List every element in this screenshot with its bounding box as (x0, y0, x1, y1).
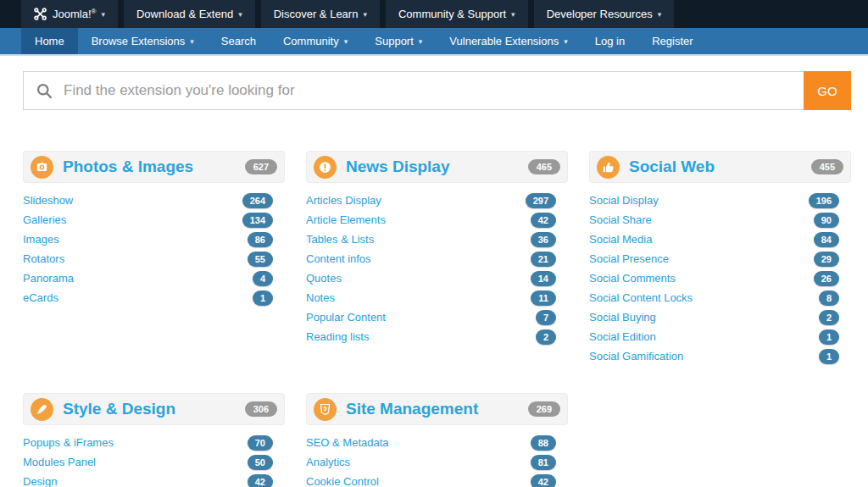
item-count-badge: 81 (531, 455, 556, 470)
item-count-badge: 50 (248, 455, 273, 470)
category-title[interactable]: Photos & Images (63, 158, 193, 176)
category-item: Social Media84 (589, 230, 839, 249)
item-count-badge: 55 (248, 252, 273, 267)
category-item-link-modules-panel[interactable]: Modules Panel (23, 456, 96, 468)
chevron-down-icon: ▾ (190, 37, 194, 46)
topnav-item-label: Community & Support (398, 8, 506, 20)
category-item-list: SEO & Metadata88Analytics81Cookie Contro… (306, 433, 568, 487)
subnav-item-support[interactable]: Support▾ (361, 28, 436, 54)
html5-shield-icon: 5 (314, 398, 337, 421)
category-card-news-display: News Display465Articles Display297Articl… (306, 151, 568, 346)
category-item-link-content-infos[interactable]: Content infos (306, 252, 371, 265)
category-item-link-social-edition[interactable]: Social Edition (589, 330, 656, 343)
category-item: Social Presence29 (589, 249, 839, 268)
svg-text:5: 5 (324, 406, 327, 412)
category-item-link-analytics[interactable]: Analytics (306, 456, 350, 468)
category-item-link-ecards[interactable]: eCards (23, 291, 58, 304)
category-item: Panorama4 (23, 268, 273, 288)
item-count-badge: 11 (531, 291, 556, 306)
category-item-link-quotes[interactable]: Quotes (306, 272, 342, 285)
subnav-item-label: Browse Extensions (92, 35, 186, 47)
item-count-badge: 29 (814, 252, 839, 267)
category-item-link-images[interactable]: Images (23, 233, 59, 246)
camera-icon (31, 156, 53, 179)
category-title[interactable]: Style & Design (63, 400, 175, 418)
category-item-link-social-share[interactable]: Social Share (589, 213, 652, 226)
category-item-link-social-media[interactable]: Social Media (589, 233, 652, 246)
category-item-link-social-gamification[interactable]: Social Gamification (589, 350, 683, 362)
category-item: Social Gamification1 (589, 346, 839, 366)
category-item-link-tables-lists[interactable]: Tables & Lists (306, 233, 374, 246)
category-item: Rotators55 (23, 249, 273, 268)
item-count-badge: 42 (531, 213, 556, 228)
chevron-down-icon: ▾ (344, 37, 348, 46)
category-item-link-articles-display[interactable]: Articles Display (306, 194, 381, 207)
category-item-link-galleries[interactable]: Galleries (23, 213, 66, 226)
category-item: Popups & iFrames70 (23, 433, 273, 452)
category-header: Style & Design306 (23, 393, 285, 425)
topnav-item-label: Discover & Learn (274, 8, 359, 20)
subnav-items: HomeBrowse Extensions▾SearchCommunity▾Su… (21, 28, 707, 54)
subnav-item-log-in[interactable]: Log in (581, 28, 638, 54)
category-title[interactable]: Site Management (346, 400, 478, 418)
category-item-link-cookie-control[interactable]: Cookie Control (306, 475, 379, 487)
category-item-link-popups-iframes[interactable]: Popups & iFrames (23, 436, 114, 449)
search-go-button[interactable]: GO (804, 71, 851, 110)
category-title[interactable]: Social Web (629, 158, 715, 176)
subnav-item-label: Register (652, 35, 693, 47)
category-item-link-rotators[interactable]: Rotators (23, 252, 64, 265)
category-item: Social Display196 (589, 191, 839, 210)
topnav-items: Download & Extend▾Discover & Learn▾Commu… (124, 0, 680, 28)
category-item-link-social-presence[interactable]: Social Presence (589, 252, 669, 265)
category-card-site-management: 5Site Management269SEO & Metadata88Analy… (306, 393, 568, 487)
category-item-link-reading-lists[interactable]: Reading lists (306, 330, 369, 343)
subnav-item-label: Log in (595, 35, 625, 47)
subnav-item-vulnerable-extensions[interactable]: Vulnerable Extensions▾ (436, 28, 581, 54)
category-item-link-article-elements[interactable]: Article Elements (306, 213, 386, 226)
subnav-item-browse-extensions[interactable]: Browse Extensions▾ (78, 28, 208, 54)
category-item-link-seo-metadata[interactable]: SEO & Metadata (306, 436, 389, 449)
category-item: Notes11 (306, 288, 556, 307)
item-count-badge: 90 (814, 213, 839, 228)
category-item: eCards1 (23, 288, 273, 307)
category-item-link-notes[interactable]: Notes (306, 291, 335, 304)
category-item-link-slideshow[interactable]: Slideshow (23, 194, 73, 207)
category-item-link-social-buying[interactable]: Social Buying (589, 311, 656, 324)
topnav-item-community-support[interactable]: Community & Support▾ (386, 0, 528, 28)
chevron-down-icon: ▾ (101, 10, 105, 19)
category-item-link-social-comments[interactable]: Social Comments (589, 272, 676, 285)
subnav-item-home[interactable]: Home (21, 28, 78, 54)
subnav-item-register[interactable]: Register (638, 28, 706, 54)
category-count-badge: 306 (245, 401, 277, 417)
topnav-item-developer-resources[interactable]: Developer Resources▾ (534, 0, 675, 28)
top-navbar: Joomla!® ▾ Download & Extend▾Discover & … (0, 0, 868, 28)
item-count-badge: 7 (536, 310, 556, 325)
category-item: Quotes14 (306, 268, 556, 288)
subnav-item-search[interactable]: Search (208, 28, 270, 54)
topnav-item-joomla-brand[interactable]: Joomla!® ▾ (21, 0, 118, 28)
category-item-link-design[interactable]: Design (23, 475, 57, 487)
category-item: Design42 (23, 472, 273, 487)
category-card-photos-images: Photos & Images627Slideshow264Galleries1… (23, 151, 285, 307)
category-title[interactable]: News Display (346, 158, 450, 176)
topnav-item-download-extend[interactable]: Download & Extend▾ (124, 0, 255, 28)
topnav-item-discover-learn[interactable]: Discover & Learn▾ (261, 0, 380, 28)
chevron-down-icon: ▾ (658, 10, 662, 19)
category-item-link-popular-content[interactable]: Popular Content (306, 311, 386, 324)
subnav-item-community[interactable]: Community▾ (270, 28, 361, 54)
category-item: Social Comments26 (589, 268, 839, 288)
category-item: Content infos21 (306, 249, 556, 268)
item-count-badge: 4 (253, 271, 273, 286)
search-bar: GO (23, 71, 851, 110)
topnav-item-label: Joomla!® (53, 8, 96, 20)
chevron-down-icon: ▾ (511, 10, 515, 19)
item-count-badge: 134 (242, 213, 273, 228)
category-item-link-social-display[interactable]: Social Display (589, 194, 659, 207)
search-input[interactable] (64, 82, 804, 99)
category-item: Images86 (23, 230, 273, 249)
category-header: 5Site Management269 (306, 393, 568, 425)
category-item-link-social-content-locks[interactable]: Social Content Locks (589, 291, 693, 304)
category-item-link-panorama[interactable]: Panorama (23, 272, 74, 285)
category-item-list: Articles Display297Article Elements42Tab… (306, 191, 568, 346)
category-count-badge: 627 (245, 159, 277, 174)
